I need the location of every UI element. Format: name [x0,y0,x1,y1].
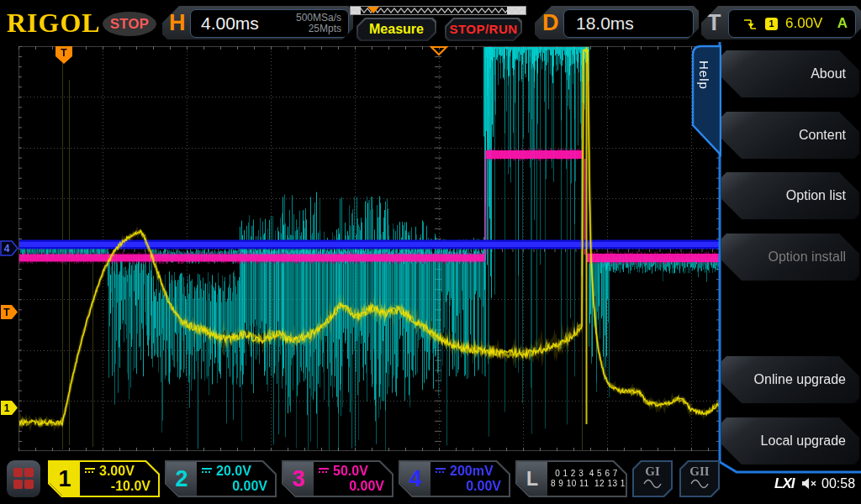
trigger-level-marker[interactable]: T [0,304,19,320]
channel-2-tab[interactable]: 2 [166,462,197,496]
scale-value: 3.00V [99,464,135,479]
sine-wave-icon [642,479,663,489]
dc-coupling-icon [436,468,446,475]
grid-icon [24,468,34,477]
delay-value: 18.0ms [576,10,634,36]
menu-button-about[interactable]: About [721,50,859,97]
falling-edge-icon [743,17,758,31]
channel-box-body: 4 200mV 0.00V [400,462,509,496]
ch1-position-marker[interactable]: 1 [0,400,19,416]
channel-2-scale: 20.0V [202,464,251,479]
generator-1-box[interactable]: GI [632,460,673,497]
generator-2-box[interactable]: GII [679,460,720,497]
sine-wave-icon [689,479,710,489]
ch4-position-marker[interactable]: 4 [0,240,19,256]
logic-channel-list: 0 1 2 3 4 5 6 7 8 9 10 11 12 13 14 15 [551,469,622,489]
svg-text:1: 1 [4,402,10,414]
channel-3-scale: 50.0V [319,464,368,479]
svg-text:T: T [61,47,67,59]
svg-text:T: T [3,307,10,318]
svg-text:4: 4 [4,243,10,255]
horizontal-settings-group[interactable]: H 4.00ms 500MSa/s 25Mpts [162,6,353,39]
logic-channels-box[interactable]: L 0 1 2 3 4 5 6 7 8 9 10 11 12 13 14 15 [515,460,627,497]
acquisition-info: 500MSa/s 25Mpts [296,13,341,34]
channel-2-offset: 0.00V [232,479,267,494]
run-state-badge: STOP [103,12,156,36]
channel-3-tab[interactable]: 3 [283,462,314,496]
grid-icon [24,480,34,489]
trigger-status-box[interactable]: 1 6.00V A [728,9,856,38]
channel-box-body: 3 50.0V 0.00V [283,462,392,496]
menu-button-label: Option install [769,249,847,265]
logic-tab[interactable]: L [517,462,547,496]
channel-4-tab[interactable]: 4 [400,462,430,496]
timebase-value: 4.00ms [201,10,259,36]
generator-box-body: GII [681,462,718,496]
channel-1-scale: 3.00V [85,464,135,479]
menu-button-label: Option list [786,188,846,203]
dc-coupling-icon [85,468,95,475]
lxi-badge: LXI [774,475,794,492]
menu-button-local-upgrade[interactable]: Local upgrade [721,417,859,465]
trigger-settings-group[interactable]: T 1 6.00V A [701,6,861,39]
scale-value: 20.0V [216,464,251,479]
channel-3-offset: 0.00V [349,479,384,494]
scale-value: 50.0V [333,464,368,479]
menu-button-option-install: Option install [721,234,859,281]
scale-value: 200mV [450,464,494,479]
channel-1-offset: -10.0V [111,479,151,494]
grid-icon [13,468,23,477]
measure-button-label: Measure [358,19,435,39]
channel-box-body: 1 3.00V -10.0V [50,462,158,496]
trigger-mode: A [837,15,848,32]
speaker-muted-icon [801,477,818,490]
grid-icon [13,480,23,489]
channel-4-scale: 200mV [436,464,494,479]
generator-1-label: GI [634,465,671,478]
channel-4-offset: 0.00V [466,479,501,494]
rigol-logo: RIGOL [7,8,101,39]
oscilloscope-screen: { "header": { "brand": "RIGOL", "run_sta… [0,0,861,504]
dc-coupling-icon [319,468,329,475]
menu-button-label: Online upgrade [754,372,846,387]
generator-box-body: GI [634,462,671,496]
stop-run-button[interactable]: STOP/RUN [445,18,522,41]
channel-4-box[interactable]: 4 200mV 0.00V [399,460,510,497]
menu-button-label: Content [799,128,846,143]
horizontal-ref-marker [430,46,448,56]
channel-3-box[interactable]: 3 50.0V 0.00V [282,460,394,497]
menu-button-online-upgrade[interactable]: Online upgrade [721,356,859,403]
stop-run-button-label: STOP/RUN [446,19,520,39]
delay-settings-group[interactable]: D 18.0ms [535,6,699,39]
logic-row-2: 8 9 10 11 12 13 14 15 [551,479,622,489]
menu-button-label: Local upgrade [761,433,846,449]
delay-value-box[interactable]: 18.0ms [563,9,694,38]
horizontal-scale-box[interactable]: 4.00ms 500MSa/s 25Mpts [190,9,349,38]
channel-1-tab[interactable]: 1 [50,462,80,496]
trigger-source-badge: 1 [765,18,778,30]
channel-box-body: 2 20.0V 0.00V [166,462,275,496]
channel-menu-button[interactable] [7,460,40,497]
trigger-level-value: 6.00V [785,15,822,32]
help-tab-label: Help [697,60,711,90]
channel-1-box[interactable]: 1 3.00V -10.0V [48,460,160,497]
channel-2-box[interactable]: 2 20.0V 0.00V [165,460,277,497]
generator-2-label: GII [681,465,718,478]
memory-position-indicator [350,6,526,15]
menu-button-content[interactable]: Content [721,112,859,159]
clock: 00:58 [821,476,855,491]
trigger-position-marker[interactable]: T [55,45,73,65]
measure-button[interactable]: Measure [357,18,436,41]
logic-row-1: 0 1 2 3 4 5 6 7 [551,469,622,479]
dc-coupling-icon [202,468,212,475]
menu-button-option-list[interactable]: Option list [721,172,859,219]
channel-box-body: L 0 1 2 3 4 5 6 7 8 9 10 11 12 13 14 15 [517,462,626,496]
memory-depth: 25Mpts [296,24,341,34]
menu-button-label: About [811,66,846,81]
